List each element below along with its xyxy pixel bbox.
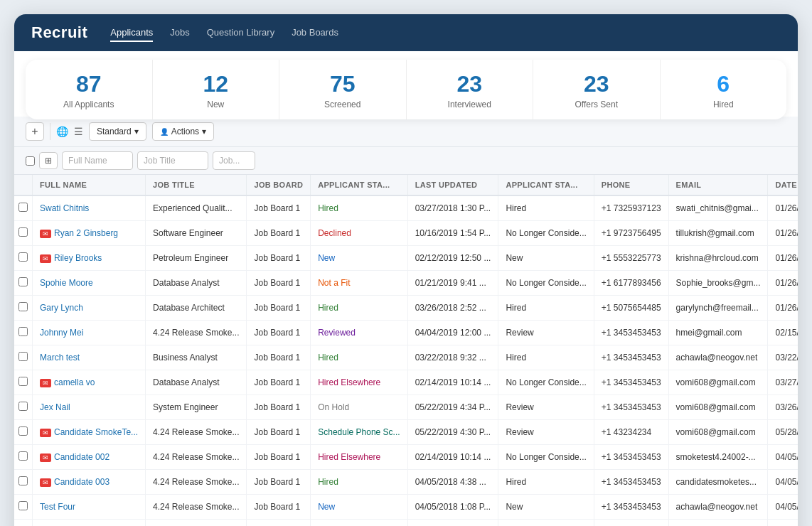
row-checkbox[interactable] [18, 302, 28, 311]
cell-job-title: 4.24 Release Smoke... [146, 321, 247, 345]
cell-job-board: Job Board 1 [247, 246, 311, 271]
nav-menu: Applicants Jobs Question Library Job Boa… [110, 24, 338, 42]
cell-full-name[interactable]: camella vo [33, 370, 146, 395]
stat-screened[interactable]: 75 Screened [279, 60, 407, 119]
select-all-checkbox[interactable] [26, 156, 35, 166]
stat-new[interactable]: 12 New [153, 60, 280, 119]
stat-offers-sent[interactable]: 23 Offers Sent [533, 60, 661, 119]
applicant-name[interactable]: Riley Brooks [54, 253, 102, 263]
cell-date-available: 03/26/2018 [768, 395, 798, 420]
row-checkbox[interactable] [18, 402, 28, 411]
row-checkbox[interactable] [18, 377, 28, 386]
col-email[interactable]: EMAIL [668, 175, 768, 195]
col-applicant-status-1[interactable]: APPLICANT STA... [311, 175, 407, 195]
applicant-name[interactable]: Test Four [40, 502, 75, 512]
cell-full-name[interactable]: Candidate 005 QA [33, 520, 146, 527]
applicant-name[interactable]: Spohie Moore [40, 278, 93, 288]
cell-full-name[interactable]: Test Four [33, 495, 146, 520]
row-checkbox[interactable] [18, 451, 28, 461]
row-checkbox[interactable] [18, 476, 28, 485]
cell-date-available: 04/05/2018 [768, 470, 798, 495]
cell-full-name[interactable]: Ryan 2 Ginsberg [33, 221, 146, 246]
cell-date-available: 05/01/2018 [768, 520, 798, 527]
col-full-name[interactable]: FULL NAME [33, 175, 146, 195]
row-checkbox-cell [14, 420, 33, 445]
cell-last-updated: 05/22/2019 4:34 P... [407, 395, 498, 420]
cell-full-name[interactable]: March test [33, 345, 146, 370]
stat-all-applicants[interactable]: 87 All Applicants [26, 60, 153, 119]
actions-button[interactable]: 👤 Actions ▾ [152, 122, 214, 141]
stat-interviewed[interactable]: 23 Interviewed [407, 60, 534, 119]
globe-icon: 🌐 [56, 126, 68, 137]
applicant-name[interactable]: Candidate 002 [54, 452, 109, 462]
cell-full-name[interactable]: Riley Brooks [33, 246, 146, 271]
applicant-name[interactable]: Johnny Mei [40, 328, 83, 338]
cell-app-status-2: Hired [498, 296, 594, 321]
col-last-updated[interactable]: LAST UPDATED [407, 175, 498, 195]
cell-phone: +1 5553225773 [594, 246, 668, 271]
full-name-search[interactable] [62, 151, 133, 170]
applicant-name[interactable]: Candidate SmokeTe... [54, 427, 138, 437]
cell-full-name[interactable]: Candidate SmokeTe... [33, 420, 146, 445]
chevron-down-icon: ▾ [134, 127, 139, 136]
cell-last-updated: 02/14/2019 10:14 ... [407, 370, 498, 395]
applicant-name[interactable]: Candidate 003 [54, 477, 109, 487]
cell-app-status-1: Declined [311, 221, 407, 246]
standard-button[interactable]: Standard ▾ [89, 122, 146, 141]
applicant-name[interactable]: March test [40, 353, 80, 363]
row-checkbox[interactable] [18, 501, 28, 510]
cell-job-title: Database Analyst [146, 370, 247, 395]
cell-job-board: Job Board 1 [247, 195, 311, 221]
cell-full-name[interactable]: Jex Nail [33, 395, 146, 420]
cell-full-name[interactable]: Johnny Mei [33, 321, 146, 345]
add-button[interactable]: + [26, 122, 44, 141]
col-date-available[interactable]: DATE AVAILABL... [768, 175, 798, 195]
row-checkbox[interactable] [18, 277, 28, 286]
cell-full-name[interactable]: Swati Chitnis [33, 195, 146, 221]
applicant-name[interactable]: Gary Lynch [40, 303, 83, 313]
applicant-name[interactable]: Jex Nail [40, 402, 70, 412]
stat-number-all: 87 [34, 73, 144, 95]
row-checkbox[interactable] [18, 327, 28, 336]
col-job-board[interactable]: JOB BOARD [247, 175, 311, 195]
job-title-search[interactable] [137, 151, 208, 170]
cell-full-name[interactable]: Candidate 002 [33, 445, 146, 470]
cell-date-available: 04/05/2018 [768, 495, 798, 520]
stat-hired[interactable]: 6 Hired [661, 60, 787, 119]
table-header-row: FULL NAME JOB TITLE JOB BOARD APPLICANT … [14, 175, 798, 195]
nav-item-job-boards[interactable]: Job Boards [292, 24, 338, 42]
row-checkbox-cell [14, 395, 33, 420]
col-applicant-status-2[interactable]: APPLICANT STA... [498, 175, 594, 195]
cell-full-name[interactable]: Spohie Moore [33, 271, 146, 296]
applicant-name[interactable]: camella vo [54, 377, 95, 387]
nav-item-jobs[interactable]: Jobs [170, 24, 189, 42]
filter-icon-button[interactable]: ⊞ [39, 152, 58, 169]
col-job-title[interactable]: JOB TITLE [146, 175, 247, 195]
row-checkbox[interactable] [18, 426, 28, 436]
stat-label-screened: Screened [288, 100, 397, 109]
nav-item-applicants[interactable]: Applicants [110, 24, 153, 42]
stat-label-new: New [161, 100, 271, 109]
cell-full-name[interactable]: Gary Lynch [33, 296, 146, 321]
job-board-search[interactable] [213, 151, 255, 170]
cell-full-name[interactable]: Candidate 003 [33, 470, 146, 495]
row-checkbox[interactable] [18, 203, 28, 212]
row-checkbox[interactable] [18, 352, 28, 361]
row-checkbox[interactable] [18, 252, 28, 262]
col-phone[interactable]: PHONE [594, 175, 668, 195]
cell-email: hmei@gmail.com [668, 321, 768, 345]
applicant-name[interactable]: Swati Chitnis [40, 203, 89, 213]
applicant-name[interactable]: Ryan 2 Ginsberg [54, 228, 118, 238]
cell-app-status-1: Hired [311, 470, 407, 495]
stat-number-hired: 6 [669, 73, 779, 95]
table-row: Candidate SmokeTe...4.24 Release Smoke..… [14, 420, 798, 445]
cell-email: tillukrish@gmail.com [668, 221, 768, 246]
nav-item-question-library[interactable]: Question Library [207, 24, 274, 42]
stat-label-interviewed: Interviewed [415, 100, 525, 109]
row-checkbox[interactable] [18, 227, 28, 237]
cell-email: vomi608@gmail.com [668, 395, 768, 420]
app-container: Recruit Applicants Jobs Question Library… [14, 14, 798, 526]
stat-number-screened: 75 [288, 73, 397, 95]
cell-job-title: Petroleum Engineer [146, 246, 247, 271]
cell-job-board: Job Board 1 [247, 395, 311, 420]
